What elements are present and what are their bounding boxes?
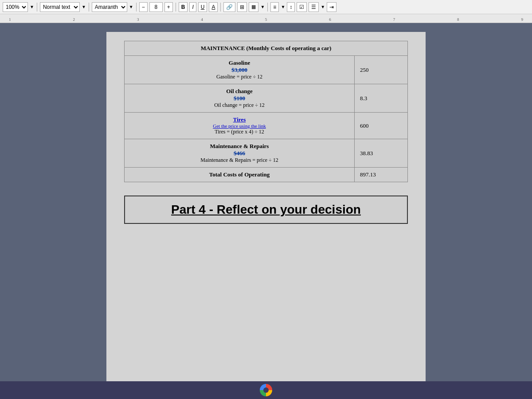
decrease-font-button[interactable]: − <box>139 2 148 12</box>
tires-formula: Tires = (price x 4) ÷ 12 <box>130 129 349 135</box>
font-size-input[interactable] <box>149 2 163 12</box>
gasoline-price: $3,000 <box>130 66 349 74</box>
bottom-bar <box>0 381 532 399</box>
bullet-list-button[interactable]: ☰ <box>309 2 319 12</box>
align-arrow-icon: ▼ <box>281 4 285 9</box>
repairs-name: Maintenance & Repairs <box>130 143 349 150</box>
font-arrow-icon: ▼ <box>129 4 133 9</box>
tires-link[interactable]: Get the price using the link <box>130 123 349 129</box>
divider-6 <box>267 3 268 12</box>
ruler-mark-3: 3 <box>137 17 139 22</box>
tires-cell: Tires Get the price using the link Tires… <box>125 113 355 139</box>
table-row: Oil change $100 Oil change = price ÷ 12 … <box>125 84 408 113</box>
divider-5 <box>220 3 221 12</box>
oilchange-cell: Oil change $100 Oil change = price ÷ 12 <box>125 84 355 113</box>
document-page: MAINTENANCE (Monthly Costs of operating … <box>106 32 426 395</box>
font-select[interactable]: Amaranth <box>92 2 127 12</box>
table-button[interactable]: ▦ <box>249 2 258 12</box>
list-arrow-icon: ▼ <box>321 4 325 9</box>
dropdown-arrow-icon: ▼ <box>260 4 265 9</box>
style-arrow-icon: ▼ <box>82 4 86 9</box>
ruler-mark-7: 7 <box>393 17 395 22</box>
line-spacing-button[interactable]: ↕ <box>287 2 295 12</box>
ruler-mark-9: 9 <box>521 17 524 22</box>
ruler: 1 2 3 4 5 6 7 8 9 <box>0 14 532 23</box>
gasoline-name: Gasoline <box>130 59 349 66</box>
repairs-value: 38.83 <box>355 139 408 168</box>
indent-button[interactable]: ⇥ <box>327 2 336 12</box>
document-area: MAINTENANCE (Monthly Costs of operating … <box>0 23 532 399</box>
divider-4 <box>176 3 176 12</box>
chrome-icon[interactable] <box>260 384 272 396</box>
zoom-select[interactable]: 100% <box>3 2 28 12</box>
italic-button[interactable]: I <box>189 2 196 12</box>
toolbar: 100% ▼ Normal text ▼ Amaranth ▼ − + B I … <box>0 0 532 14</box>
total-cell: Total Costs of Operating <box>125 168 355 182</box>
table-title: MAINTENANCE (Monthly Costs of operating … <box>125 41 408 56</box>
repairs-formula: Maintenance & Repairs = price ÷ 12 <box>130 157 349 164</box>
increase-font-button[interactable]: + <box>164 2 173 12</box>
style-select[interactable]: Normal text <box>40 2 80 12</box>
oilchange-formula: Oil change = price ÷ 12 <box>130 102 349 109</box>
bold-button[interactable]: B <box>179 2 188 12</box>
ruler-mark-1: 1 <box>9 17 11 22</box>
gasoline-cell: Gasoline $3,000 Gasoline = price ÷ 12 <box>125 56 355 84</box>
divider-1 <box>37 3 37 12</box>
tires-value: 600 <box>355 113 408 139</box>
oilchange-value: 8.3 <box>355 84 408 113</box>
strikethrough-button[interactable]: A <box>209 2 218 12</box>
table-row: Maintenance & Repairs $466 Maintenance &… <box>125 139 408 168</box>
gasoline-formula: Gasoline = price ÷ 12 <box>130 74 349 80</box>
part4-title: Part 4 - Reflect on your decision <box>171 203 361 216</box>
chrome-inner-circle <box>263 387 269 393</box>
ruler-mark-6: 6 <box>329 17 331 22</box>
ruler-mark-8: 8 <box>457 17 459 22</box>
table-row: Total Costs of Operating 897.13 <box>125 168 408 182</box>
repairs-cell: Maintenance & Repairs $466 Maintenance &… <box>125 139 355 168</box>
ruler-mark-2: 2 <box>73 17 75 22</box>
oilchange-name: Oil change <box>130 88 349 95</box>
repairs-price: $466 <box>130 150 349 157</box>
underline-button[interactable]: U <box>198 2 207 12</box>
total-value: 897.13 <box>355 168 408 182</box>
maintenance-table: MAINTENANCE (Monthly Costs of operating … <box>124 41 408 182</box>
table-row: Tires Get the price using the link Tires… <box>125 113 408 139</box>
image-button[interactable]: ⊞ <box>237 2 247 12</box>
total-name: Total Costs of Operating <box>130 171 349 178</box>
table-row: Gasoline $3,000 Gasoline = price ÷ 12 25… <box>125 56 408 84</box>
gasoline-value: 250 <box>355 56 408 84</box>
align-right-button[interactable]: ≡ <box>270 2 279 12</box>
list-check-button[interactable]: ☑ <box>297 2 307 12</box>
divider-3 <box>136 3 137 12</box>
ruler-mark-5: 5 <box>265 17 267 22</box>
tires-name: Tires <box>130 116 349 123</box>
part4-box: Part 4 - Reflect on your decision <box>124 196 408 224</box>
ruler-mark-4: 4 <box>201 17 203 22</box>
link-button[interactable]: 🔗 <box>223 2 235 12</box>
zoom-arrow-icon: ▼ <box>30 4 34 9</box>
oilchange-price: $100 <box>130 95 349 102</box>
divider-2 <box>89 3 89 12</box>
